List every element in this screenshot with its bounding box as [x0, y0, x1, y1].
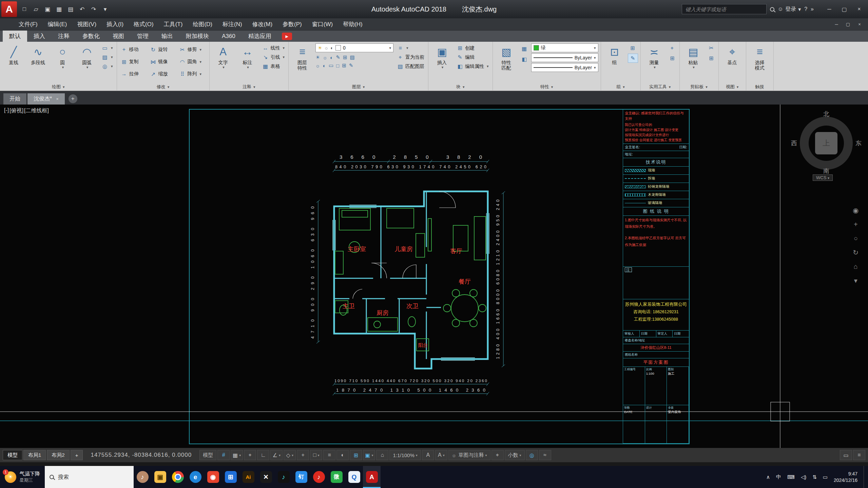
layout-tab-2[interactable]: 布局2	[47, 450, 69, 460]
panel-title-modify[interactable]: 修改	[117, 83, 209, 91]
panel-title-block[interactable]: 块	[428, 83, 493, 91]
tab-start[interactable]: 开始	[3, 93, 26, 105]
orbit-icon[interactable]: ↻	[853, 248, 859, 257]
mirror-button[interactable]: ⋈镜像	[149, 57, 178, 67]
doc-restore-icon[interactable]: ▢	[842, 20, 854, 29]
tab-featured-apps[interactable]: 精选应用	[242, 31, 278, 42]
view-cube-top-face[interactable]: 上	[815, 132, 837, 154]
ime-indicator[interactable]: 中	[776, 474, 781, 480]
compass-west[interactable]: 西	[791, 139, 797, 147]
prop-tool-1[interactable]: ▦	[520, 44, 529, 53]
linetype-dropdown[interactable]: ByLayer▾	[531, 63, 598, 72]
tray-expand-icon[interactable]: ∧	[766, 474, 770, 480]
redo-icon[interactable]: ↷	[88, 4, 99, 14]
overflow-icon[interactable]: »	[811, 6, 814, 12]
weather-widget[interactable]: ☀ 1 气温下降星期三	[0, 466, 45, 488]
menu-view[interactable]: 视图(V)	[72, 18, 101, 31]
stretch-button[interactable]: →拉伸	[119, 70, 149, 79]
paste-button[interactable]: ▤粘贴	[682, 43, 705, 70]
app-chrome[interactable]	[169, 466, 187, 488]
app-douyin[interactable]: ♪	[275, 466, 292, 488]
layout-tab-model[interactable]: 模型	[3, 450, 22, 460]
lineweight-dropdown[interactable]: ByLayer▾	[531, 53, 598, 62]
rotate-button[interactable]: ↻旋转	[149, 45, 178, 54]
object-snap-tracking-toggle[interactable]: +	[297, 450, 309, 460]
base-point-button[interactable]: ⌖基点	[721, 43, 744, 65]
maximize-button[interactable]: ▢	[837, 3, 852, 15]
app-capcut[interactable]: ✕	[257, 466, 275, 488]
app-autocad[interactable]: A	[363, 466, 381, 488]
app-music-recognition[interactable]: ♪	[134, 466, 151, 488]
layer-properties-button[interactable]: ≡图层特性	[291, 43, 313, 71]
clock[interactable]: 9:47 2024/12/16	[834, 471, 857, 484]
tab-home[interactable]: 默认	[3, 31, 27, 42]
panel-title-draw[interactable]: 绘图	[0, 83, 117, 91]
viewport-menu-control[interactable]: [-]	[4, 107, 9, 114]
rectangle-button[interactable]: ▭	[100, 43, 114, 53]
layer-tools-row1[interactable]: ☀☼◐✎⊞▨	[315, 53, 393, 61]
color-dropdown[interactable]: 绿 ▾	[531, 43, 598, 52]
group-button[interactable]: ⊡组	[603, 43, 626, 65]
new-drawing-tab-button[interactable]: +	[69, 94, 77, 103]
layer-tools-row2[interactable]: ☼◐▭□⊞✎	[315, 61, 393, 70]
panel-title-annotate[interactable]: 注释	[210, 83, 289, 91]
tab-annotate[interactable]: 注释	[52, 31, 76, 42]
quick-calc-button[interactable]: ⊞	[668, 54, 677, 63]
annotation-monitor-toggle[interactable]: ⌖	[491, 450, 504, 460]
drawing-area[interactable]: [-] [俯视] [二维线框]	[0, 105, 868, 448]
customize-statusbar-button[interactable]: ≡	[853, 450, 865, 460]
copy-button[interactable]: ⊞复制	[119, 57, 149, 67]
graphics-performance-toggle[interactable]: ≈	[539, 450, 551, 460]
touch-keyboard-icon[interactable]: ⌨	[787, 474, 795, 480]
wcs-dropdown[interactable]: WCS ▾	[813, 174, 833, 181]
panel-title-view[interactable]: 视图	[719, 83, 746, 91]
tab-close-icon[interactable]: ×	[56, 96, 59, 101]
move-button[interactable]: +移动	[119, 45, 149, 54]
tab-addins[interactable]: 附加模块	[179, 31, 215, 42]
menu-file[interactable]: 文件(F)	[14, 18, 43, 31]
menu-help[interactable]: 帮助(H)	[338, 18, 368, 31]
panel-title-clipboard[interactable]: 剪贴板	[680, 83, 718, 91]
linear-dim-button[interactable]: ↔线性	[261, 43, 286, 53]
trim-button[interactable]: ✂修剪	[178, 45, 207, 54]
search-icon[interactable]	[770, 7, 774, 12]
save-icon[interactable]: ▣	[42, 4, 53, 14]
create-block-button[interactable]: ⊞创建	[455, 43, 490, 53]
signin-button[interactable]: ☺ 登录 ▾	[778, 6, 801, 13]
app-ms-store[interactable]: ⊞	[222, 466, 239, 488]
view-cube[interactable]: 北 南 西 东 上	[796, 111, 857, 173]
help-button[interactable]: ?	[804, 6, 807, 12]
tab-drawing[interactable]: 沈俊杰* ×	[27, 93, 65, 105]
selection-mode-button[interactable]: ≡选择模式	[749, 43, 771, 71]
plot-icon[interactable]: ▤	[65, 4, 76, 14]
menu-tools[interactable]: 工具(T)	[159, 18, 188, 31]
doc-minimize-icon[interactable]: ─	[831, 20, 842, 29]
tab-insert[interactable]: 插入	[27, 31, 52, 42]
network-icon[interactable]: ⇅	[812, 474, 817, 480]
menu-draw[interactable]: 绘图(D)	[188, 18, 217, 31]
lineweight-toggle[interactable]: ≡	[323, 450, 335, 460]
app-weibo[interactable]: ◉	[204, 466, 222, 488]
showmotion-icon[interactable]: ⌂	[854, 263, 858, 270]
new-layout-button[interactable]: +	[71, 450, 83, 460]
edit-block-button[interactable]: ✎编辑	[455, 53, 490, 62]
app-wechat[interactable]: 微	[328, 466, 345, 488]
copy-clip-button[interactable]: ⊞	[707, 54, 716, 63]
app-dingtalk[interactable]: 钉	[292, 466, 310, 488]
menu-parametric[interactable]: 参数(P)	[277, 18, 307, 31]
open-icon[interactable]: ▱	[31, 4, 41, 14]
media-play-icon[interactable]: ▶	[282, 33, 292, 40]
app-illustrator[interactable]: Ai	[239, 466, 257, 488]
zoom-icon[interactable]: ○	[854, 234, 858, 242]
layer-states-button[interactable]: ≡	[396, 43, 426, 53]
edit-attributes-button[interactable]: ◧编辑属性	[455, 62, 490, 71]
leader-button[interactable]: ↘引线	[261, 53, 286, 62]
qat-dropdown-icon[interactable]: ▾	[100, 4, 111, 14]
polar-tracking-toggle[interactable]: ∠▾	[270, 450, 283, 460]
compass-east[interactable]: 东	[855, 139, 862, 147]
tab-view[interactable]: 视图	[106, 31, 131, 42]
minimize-button[interactable]: ─	[822, 3, 837, 15]
volume-icon[interactable]: ◁)	[801, 474, 807, 480]
snap-toggle[interactable]: ▦▾	[231, 450, 243, 460]
tab-manage[interactable]: 管理	[131, 31, 155, 42]
